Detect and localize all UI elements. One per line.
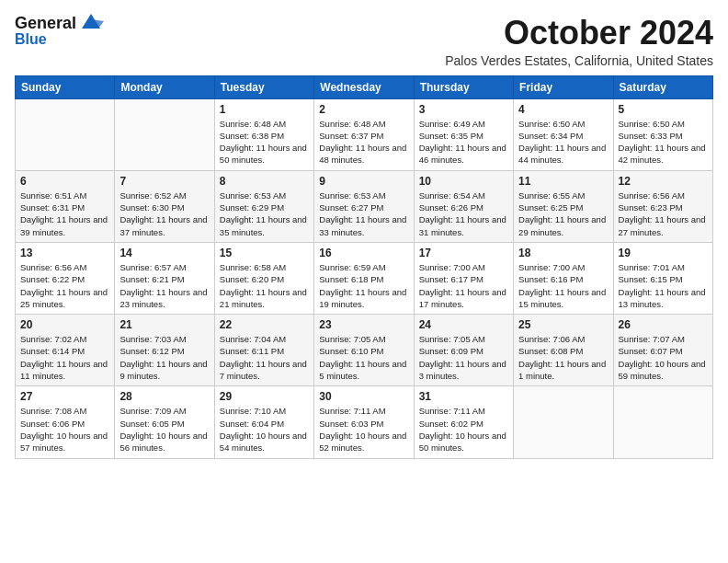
- day-info: Sunrise: 7:09 AM Sunset: 6:05 PM Dayligh…: [119, 405, 209, 454]
- day-info: Sunrise: 7:00 AM Sunset: 6:17 PM Dayligh…: [419, 261, 508, 310]
- day-info: Sunrise: 6:48 AM Sunset: 6:37 PM Dayligh…: [319, 118, 408, 167]
- calendar-header-wednesday: Wednesday: [314, 75, 414, 98]
- day-number: 6: [20, 175, 109, 188]
- calendar-cell: 22Sunrise: 7:04 AM Sunset: 6:11 PM Dayli…: [214, 315, 313, 386]
- day-info: Sunrise: 7:08 AM Sunset: 6:06 PM Dayligh…: [20, 405, 109, 454]
- calendar-week-2: 6Sunrise: 6:51 AM Sunset: 6:31 PM Daylig…: [16, 170, 713, 242]
- calendar-cell: 5Sunrise: 6:50 AM Sunset: 6:33 PM Daylig…: [613, 98, 712, 170]
- calendar-cell: 6Sunrise: 6:51 AM Sunset: 6:31 PM Daylig…: [16, 170, 115, 242]
- day-number: 28: [119, 390, 209, 403]
- day-info: Sunrise: 7:05 AM Sunset: 6:09 PM Dayligh…: [419, 333, 508, 382]
- calendar-week-5: 27Sunrise: 7:08 AM Sunset: 6:06 PM Dayli…: [16, 386, 713, 458]
- day-info: Sunrise: 6:53 AM Sunset: 6:29 PM Dayligh…: [220, 190, 309, 238]
- calendar-header-row: SundayMondayTuesdayWednesdayThursdayFrid…: [16, 75, 713, 98]
- calendar-cell: 25Sunrise: 7:06 AM Sunset: 6:08 PM Dayli…: [514, 315, 613, 386]
- day-info: Sunrise: 6:56 AM Sunset: 6:22 PM Dayligh…: [20, 261, 109, 310]
- calendar-cell: [613, 386, 712, 458]
- day-number: 18: [518, 247, 608, 259]
- day-number: 8: [220, 175, 309, 188]
- day-number: 17: [419, 247, 508, 259]
- logo: General Blue: [15, 15, 104, 47]
- calendar-cell: 3Sunrise: 6:49 AM Sunset: 6:35 PM Daylig…: [414, 98, 513, 170]
- day-info: Sunrise: 6:58 AM Sunset: 6:20 PM Dayligh…: [220, 261, 309, 310]
- day-number: 31: [419, 390, 508, 403]
- day-info: Sunrise: 6:54 AM Sunset: 6:26 PM Dayligh…: [419, 190, 508, 238]
- title-section: October 2024 Palos Verdes Estates, Calif…: [445, 15, 713, 68]
- calendar-cell: 18Sunrise: 7:00 AM Sunset: 6:16 PM Dayli…: [514, 242, 613, 314]
- calendar-cell: 23Sunrise: 7:05 AM Sunset: 6:10 PM Dayli…: [314, 315, 414, 386]
- day-info: Sunrise: 6:49 AM Sunset: 6:35 PM Dayligh…: [419, 118, 508, 167]
- day-number: 14: [119, 247, 209, 259]
- calendar-cell: 30Sunrise: 7:11 AM Sunset: 6:03 PM Dayli…: [314, 386, 414, 458]
- calendar-header-thursday: Thursday: [414, 75, 513, 98]
- day-number: 12: [619, 175, 708, 188]
- calendar-cell: 13Sunrise: 6:56 AM Sunset: 6:22 PM Dayli…: [16, 242, 115, 314]
- day-number: 26: [619, 318, 708, 331]
- day-number: 30: [319, 390, 408, 403]
- day-info: Sunrise: 7:06 AM Sunset: 6:08 PM Dayligh…: [518, 333, 608, 382]
- location: Palos Verdes Estates, California, United…: [445, 53, 713, 68]
- day-number: 10: [419, 175, 508, 188]
- calendar-cell: 15Sunrise: 6:58 AM Sunset: 6:20 PM Dayli…: [214, 242, 313, 314]
- day-number: 29: [220, 390, 309, 403]
- calendar-table: SundayMondayTuesdayWednesdayThursdayFrid…: [15, 75, 713, 459]
- calendar-cell: 31Sunrise: 7:11 AM Sunset: 6:02 PM Dayli…: [414, 386, 513, 458]
- day-info: Sunrise: 6:59 AM Sunset: 6:18 PM Dayligh…: [319, 261, 408, 310]
- day-info: Sunrise: 6:57 AM Sunset: 6:21 PM Dayligh…: [119, 261, 209, 310]
- day-number: 16: [319, 247, 408, 259]
- calendar-cell: 10Sunrise: 6:54 AM Sunset: 6:26 PM Dayli…: [414, 170, 513, 242]
- page-header: General Blue October 2024 Palos Verdes E…: [15, 15, 713, 68]
- day-number: 19: [619, 247, 708, 259]
- day-info: Sunrise: 6:51 AM Sunset: 6:31 PM Dayligh…: [20, 190, 109, 238]
- calendar-cell: 16Sunrise: 6:59 AM Sunset: 6:18 PM Dayli…: [314, 242, 414, 314]
- day-number: 20: [20, 318, 109, 331]
- day-info: Sunrise: 6:53 AM Sunset: 6:27 PM Dayligh…: [319, 190, 408, 238]
- day-number: 9: [319, 175, 408, 188]
- day-number: 21: [119, 318, 209, 331]
- calendar-cell: 9Sunrise: 6:53 AM Sunset: 6:27 PM Daylig…: [314, 170, 414, 242]
- day-number: 24: [419, 318, 508, 331]
- calendar-week-1: 1Sunrise: 6:48 AM Sunset: 6:38 PM Daylig…: [16, 98, 713, 170]
- day-number: 22: [220, 318, 309, 331]
- day-number: 7: [119, 175, 209, 188]
- day-info: Sunrise: 7:00 AM Sunset: 6:16 PM Dayligh…: [518, 261, 608, 310]
- calendar-cell: 20Sunrise: 7:02 AM Sunset: 6:14 PM Dayli…: [16, 315, 115, 386]
- day-number: 5: [619, 103, 708, 116]
- day-info: Sunrise: 7:02 AM Sunset: 6:14 PM Dayligh…: [20, 333, 109, 382]
- calendar-week-3: 13Sunrise: 6:56 AM Sunset: 6:22 PM Dayli…: [16, 242, 713, 314]
- calendar-cell: 27Sunrise: 7:08 AM Sunset: 6:06 PM Dayli…: [16, 386, 115, 458]
- calendar-header-sunday: Sunday: [16, 75, 115, 98]
- calendar-cell: 2Sunrise: 6:48 AM Sunset: 6:37 PM Daylig…: [314, 98, 414, 170]
- calendar-cell: [16, 98, 115, 170]
- logo-blue-text: Blue: [15, 31, 47, 48]
- month-title: October 2024: [445, 15, 713, 52]
- day-info: Sunrise: 7:11 AM Sunset: 6:02 PM Dayligh…: [419, 405, 508, 454]
- day-info: Sunrise: 6:48 AM Sunset: 6:38 PM Dayligh…: [220, 118, 309, 167]
- calendar-header-tuesday: Tuesday: [214, 75, 313, 98]
- calendar-cell: 8Sunrise: 6:53 AM Sunset: 6:29 PM Daylig…: [214, 170, 313, 242]
- day-info: Sunrise: 6:52 AM Sunset: 6:30 PM Dayligh…: [119, 190, 209, 238]
- day-number: 25: [518, 318, 608, 331]
- calendar-header-monday: Monday: [115, 75, 214, 98]
- calendar-cell: 28Sunrise: 7:09 AM Sunset: 6:05 PM Dayli…: [115, 386, 214, 458]
- calendar-cell: 4Sunrise: 6:50 AM Sunset: 6:34 PM Daylig…: [514, 98, 613, 170]
- logo-icon: [78, 12, 104, 32]
- day-number: 11: [518, 175, 608, 188]
- calendar-cell: 29Sunrise: 7:10 AM Sunset: 6:04 PM Dayli…: [214, 386, 313, 458]
- day-info: Sunrise: 7:03 AM Sunset: 6:12 PM Dayligh…: [119, 333, 209, 382]
- day-number: 27: [20, 390, 109, 403]
- calendar-cell: 1Sunrise: 6:48 AM Sunset: 6:38 PM Daylig…: [214, 98, 313, 170]
- day-info: Sunrise: 7:04 AM Sunset: 6:11 PM Dayligh…: [220, 333, 309, 382]
- calendar-cell: 24Sunrise: 7:05 AM Sunset: 6:09 PM Dayli…: [414, 315, 513, 386]
- day-number: 23: [319, 318, 408, 331]
- day-info: Sunrise: 6:50 AM Sunset: 6:33 PM Dayligh…: [619, 118, 708, 167]
- day-info: Sunrise: 7:05 AM Sunset: 6:10 PM Dayligh…: [319, 333, 408, 382]
- calendar-cell: [514, 386, 613, 458]
- calendar-cell: [115, 98, 214, 170]
- calendar-cell: 14Sunrise: 6:57 AM Sunset: 6:21 PM Dayli…: [115, 242, 214, 314]
- day-number: 2: [319, 103, 408, 116]
- day-number: 4: [518, 103, 608, 116]
- day-info: Sunrise: 7:07 AM Sunset: 6:07 PM Dayligh…: [619, 333, 708, 382]
- calendar-cell: 17Sunrise: 7:00 AM Sunset: 6:17 PM Dayli…: [414, 242, 513, 314]
- day-number: 3: [419, 103, 508, 116]
